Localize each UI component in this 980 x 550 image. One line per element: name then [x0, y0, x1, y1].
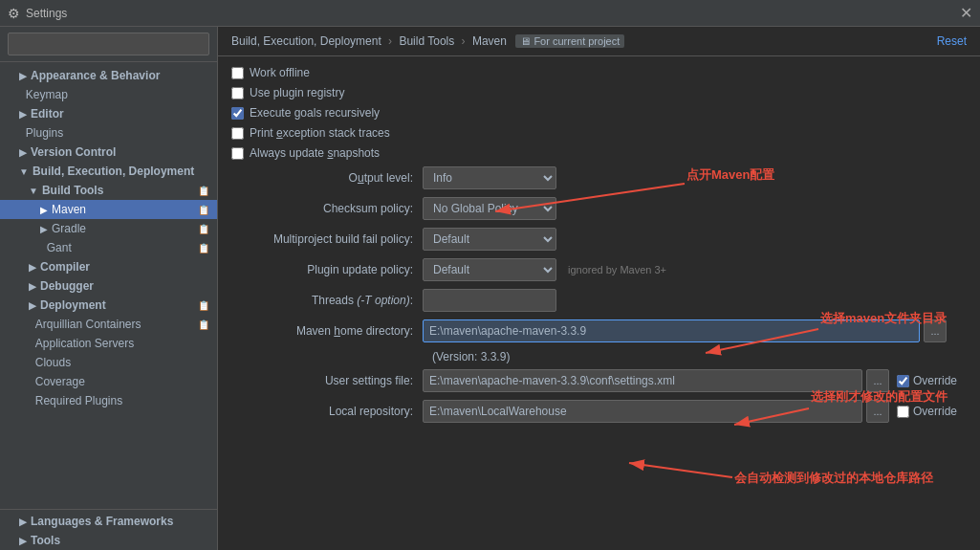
- maven-home-input[interactable]: [423, 319, 920, 342]
- work-offline-label: Work offline: [250, 66, 310, 79]
- arrow-icon: ▶: [29, 262, 36, 273]
- sidebar-item-coverage[interactable]: Coverage: [0, 372, 217, 391]
- title-bar: ⚙ Settings ✕: [0, 0, 980, 27]
- multiproject-fail-label: Multiproject build fail policy:: [231, 232, 423, 246]
- print-stack-traces-checkbox[interactable]: [231, 127, 244, 140]
- threads-row: Threads (-T option):: [231, 289, 967, 312]
- search-input[interactable]: [8, 33, 209, 55]
- sidebar-item-keymap[interactable]: Keymap: [0, 85, 217, 104]
- user-settings-browse-button[interactable]: ...: [866, 369, 889, 392]
- sidebar-item-gradle[interactable]: ▶ Gradle 📋: [0, 219, 217, 238]
- reset-button[interactable]: Reset: [937, 34, 967, 48]
- threads-control: [423, 289, 556, 312]
- output-level-select[interactable]: Info Debug Warning Error: [423, 166, 556, 189]
- sidebar-item-arquillian[interactable]: Arquillian Containers 📋: [0, 315, 217, 334]
- copy-icon: 📋: [198, 205, 209, 215]
- user-settings-input[interactable]: [423, 369, 862, 392]
- arrow-icon: [29, 377, 32, 387]
- arrow-icon: ▶: [29, 300, 36, 311]
- output-level-control: Info Debug Warning Error: [423, 166, 556, 189]
- arrow-down-icon: ▼: [29, 186, 38, 196]
- work-offline-checkbox[interactable]: [231, 67, 244, 79]
- sidebar-item-appearance[interactable]: ▶ Appearance & Behavior: [0, 66, 217, 85]
- checksum-policy-label: Checksum policy:: [231, 202, 423, 215]
- sidebar-item-clouds[interactable]: Clouds: [0, 353, 217, 372]
- local-repo-override: Override: [897, 405, 957, 418]
- copy-icon: 📋: [198, 224, 209, 234]
- copy-icon: 📋: [198, 300, 209, 311]
- plugin-update-select[interactable]: Default Always Never Interval: [423, 258, 556, 281]
- sidebar-item-debugger[interactable]: ▶ Debugger: [0, 276, 217, 296]
- always-update-checkbox[interactable]: [231, 147, 244, 160]
- ignored-note: ignored by Maven 3+: [568, 264, 666, 275]
- badge-icon: 🖥: [520, 35, 531, 47]
- arrow-down-icon: ▼: [19, 166, 29, 177]
- sidebar-item-deployment[interactable]: ▶ Deployment 📋: [0, 296, 217, 315]
- sidebar-item-version-control[interactable]: ▶ Version Control: [0, 143, 217, 162]
- copy-icon: 📋: [198, 319, 209, 330]
- always-update-label: Always update snapshots: [250, 146, 380, 160]
- local-repo-browse-button[interactable]: ...: [866, 400, 889, 423]
- project-badge: 🖥 For current project: [515, 34, 624, 48]
- arrow-icon: [29, 339, 32, 349]
- maven-home-browse-button[interactable]: ...: [924, 319, 947, 342]
- maven-home-label: Maven home directory:: [231, 324, 423, 338]
- always-update-row: Always update snapshots: [231, 146, 967, 160]
- local-repo-control: ... Override: [423, 400, 957, 423]
- copy-icon: 📋: [198, 243, 209, 253]
- checksum-policy-row: Checksum policy: No Global Policy Fail W…: [231, 197, 967, 220]
- use-plugin-registry-checkbox[interactable]: [231, 87, 244, 99]
- local-repo-override-checkbox[interactable]: [897, 406, 909, 418]
- local-repo-row: Local repository: ... Override: [231, 400, 967, 423]
- arrow-icon: ▶: [19, 536, 27, 546]
- maven-home-row: Maven home directory: ...: [231, 319, 967, 342]
- local-repo-override-label: Override: [913, 405, 957, 418]
- maven-version-note: (Version: 3.3.9): [231, 350, 967, 363]
- content-area: Build, Execution, Deployment › Build Too…: [218, 27, 980, 550]
- user-settings-override-label: Override: [913, 374, 957, 387]
- content-body: Work offline Use plugin registry Execute…: [218, 56, 980, 550]
- sidebar-item-maven[interactable]: ▶ Maven 📋: [0, 200, 217, 219]
- multiproject-fail-select[interactable]: Default Fail Fast Fail At End Never Fail: [423, 228, 556, 251]
- close-button[interactable]: ✕: [960, 4, 972, 22]
- plugin-update-row: Plugin update policy: Default Always Nev…: [231, 258, 967, 281]
- user-settings-label: User settings file:: [231, 374, 423, 387]
- use-plugin-registry-row: Use plugin registry: [231, 86, 967, 99]
- sidebar-item-tools[interactable]: ▶ Tools: [0, 531, 217, 550]
- user-settings-control: ... Override: [423, 369, 957, 392]
- svg-line-3: [629, 463, 732, 477]
- sidebar: ▶ Appearance & Behavior Keymap ▶ Editor …: [0, 27, 218, 550]
- execute-goals-label: Execute goals recursively: [250, 106, 380, 120]
- arrow-icon: ▶: [40, 205, 48, 215]
- arrow-icon: [29, 396, 32, 407]
- arrow-icon: [29, 319, 32, 330]
- sidebar-item-build-tools[interactable]: ▼ Build Tools 📋: [0, 181, 217, 200]
- sidebar-item-gant[interactable]: Gant 📋: [0, 238, 217, 257]
- arrow-icon: ▶: [40, 224, 48, 234]
- user-settings-override-checkbox[interactable]: [897, 375, 909, 387]
- local-repo-input[interactable]: [423, 400, 862, 423]
- arrow-icon: ▶: [19, 71, 27, 81]
- sidebar-item-required-plugins[interactable]: Required Plugins: [0, 391, 217, 410]
- arrow-icon: [29, 358, 32, 368]
- annotation-4: 会自动检测到修改过的本地仓库路径: [733, 471, 934, 485]
- execute-goals-checkbox[interactable]: [231, 107, 244, 120]
- sidebar-item-plugins[interactable]: Plugins: [0, 123, 217, 143]
- sidebar-item-app-servers[interactable]: Application Servers: [0, 334, 217, 353]
- threads-input[interactable]: [423, 289, 556, 312]
- maven-home-control: ...: [423, 319, 947, 342]
- multiproject-fail-row: Multiproject build fail policy: Default …: [231, 228, 967, 251]
- sidebar-item-editor[interactable]: ▶ Editor: [0, 104, 217, 123]
- sidebar-item-compiler[interactable]: ▶ Compiler: [0, 257, 217, 276]
- sidebar-item-languages-frameworks[interactable]: ▶ Languages & Frameworks: [0, 512, 217, 531]
- sidebar-nav: ▶ Appearance & Behavior Keymap ▶ Editor …: [0, 62, 217, 507]
- plugin-update-label: Plugin update policy:: [231, 263, 423, 276]
- user-settings-override: Override: [897, 374, 957, 387]
- breadcrumb: Build, Execution, Deployment › Build Too…: [231, 34, 624, 48]
- copy-icon: 📋: [198, 186, 209, 196]
- print-stack-traces-row: Print exception stack traces: [231, 126, 967, 140]
- sidebar-item-build-exec-deploy[interactable]: ▼ Build, Execution, Deployment: [0, 162, 217, 181]
- arrow-icon: ▶: [19, 517, 27, 527]
- checksum-policy-select[interactable]: No Global Policy Fail Warn Ignore: [423, 197, 556, 220]
- output-level-row: Output level: Info Debug Warning Error: [231, 166, 967, 189]
